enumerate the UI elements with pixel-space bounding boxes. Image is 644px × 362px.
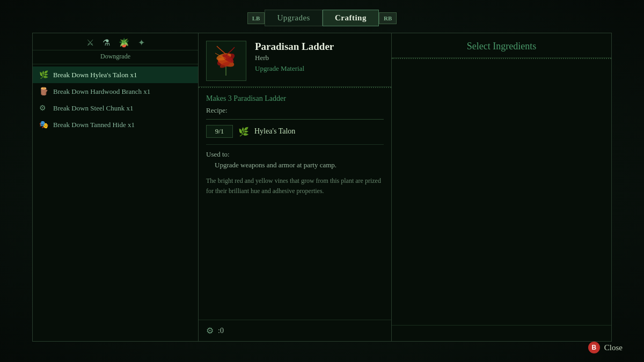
item-info: Paradisan Ladder Herb Upgrade Material bbox=[255, 41, 384, 81]
item-subtype: Upgrade Material bbox=[255, 64, 384, 73]
ingredient-name: Hylea's Talon bbox=[254, 127, 295, 136]
item-icon-1: 🪵 bbox=[39, 87, 49, 96]
dotted-divider bbox=[199, 87, 391, 89]
item-icon-0: 🌿 bbox=[39, 70, 49, 79]
item-label-1: Break Down Hardwood Branch x1 bbox=[53, 87, 150, 96]
left-panel-icons: ⚔ ⚗ 🪴 ✦ bbox=[33, 33, 198, 50]
item-type: Herb bbox=[255, 54, 384, 62]
item-label-0: Break Down Hylea's Talon x1 bbox=[53, 71, 137, 79]
recipe-divider bbox=[206, 119, 384, 120]
recipe-item[interactable]: 🪵 Break Down Hardwood Branch x1 bbox=[33, 83, 198, 100]
ingredient-row: 9/1 🌿 Hylea's Talon bbox=[206, 125, 384, 138]
divider-line bbox=[206, 144, 384, 145]
footer-icon: ⚙ bbox=[206, 326, 214, 336]
ingredient-icon: 🌿 bbox=[238, 127, 249, 137]
footer-count: :0 bbox=[218, 327, 224, 335]
right-panel: Select Ingredients bbox=[392, 33, 612, 342]
center-footer: ⚙ :0 bbox=[199, 320, 391, 341]
recipe-item[interactable]: 🎭 Break Down Tanned Hide x1 bbox=[33, 116, 198, 133]
flavor-text: The bright red and yellow vines that gro… bbox=[206, 176, 384, 196]
recipe-item[interactable]: ⚙ Break Down Steel Chunk x1 bbox=[33, 100, 198, 116]
used-to-label: Used to: bbox=[206, 150, 384, 159]
icon-misc: ✦ bbox=[138, 38, 145, 48]
section-label: Downgrade bbox=[33, 50, 198, 64]
main-layout: ⚔ ⚗ 🪴 ✦ Downgrade 🌿 Break Down Hylea's T… bbox=[0, 26, 644, 348]
close-label: Close bbox=[604, 343, 623, 352]
bottom-close: B Close bbox=[588, 342, 623, 353]
item-icon-2: ⚙ bbox=[39, 104, 49, 113]
upgrades-tab[interactable]: Upgrades bbox=[265, 10, 322, 26]
item-label-2: Break Down Steel Chunk x1 bbox=[53, 104, 133, 113]
used-to-desc: Upgrade weapons and armor at party camp. bbox=[215, 161, 384, 169]
recipe-label: Recipe: bbox=[206, 106, 384, 115]
top-nav: LB Upgrades Crafting RB bbox=[0, 0, 644, 26]
lb-button[interactable]: LB bbox=[247, 12, 265, 24]
item-name: Paradisan Ladder bbox=[255, 41, 384, 53]
ui-root: LB Upgrades Crafting RB ⚔ ⚗ 🪴 ✦ Downgrad… bbox=[0, 0, 644, 362]
recipe-item[interactable]: 🌿 Break Down Hylea's Talon x1 bbox=[33, 67, 198, 83]
right-footer bbox=[392, 325, 611, 341]
makes-label: Makes 3 Paradisan Ladder bbox=[206, 94, 384, 103]
right-content bbox=[392, 60, 611, 325]
icon-herb: 🪴 bbox=[119, 38, 129, 48]
center-content: Makes 3 Paradisan Ladder Recipe: 9/1 🌿 H… bbox=[199, 94, 391, 320]
item-label-3: Break Down Tanned Hide x1 bbox=[53, 121, 135, 129]
item-header: Paradisan Ladder Herb Upgrade Material bbox=[199, 33, 391, 87]
rb-button[interactable]: RB bbox=[379, 12, 397, 24]
select-ingredients-title: Select Ingredients bbox=[400, 41, 603, 52]
item-image bbox=[206, 41, 246, 81]
center-panel: Paradisan Ladder Herb Upgrade Material M… bbox=[199, 33, 392, 342]
right-panel-header: Select Ingredients bbox=[392, 33, 611, 58]
recipe-list: 🌿 Break Down Hylea's Talon x1 🪵 Break Do… bbox=[33, 64, 198, 341]
left-panel: ⚔ ⚗ 🪴 ✦ Downgrade 🌿 Break Down Hylea's T… bbox=[32, 33, 199, 342]
b-button-icon: B bbox=[588, 342, 600, 353]
icon-potion: ⚗ bbox=[103, 38, 110, 48]
icon-sword: ⚔ bbox=[86, 38, 94, 48]
item-icon-3: 🎭 bbox=[39, 120, 49, 129]
ingredient-count: 9/1 bbox=[206, 125, 233, 138]
crafting-tab[interactable]: Crafting bbox=[323, 10, 379, 26]
